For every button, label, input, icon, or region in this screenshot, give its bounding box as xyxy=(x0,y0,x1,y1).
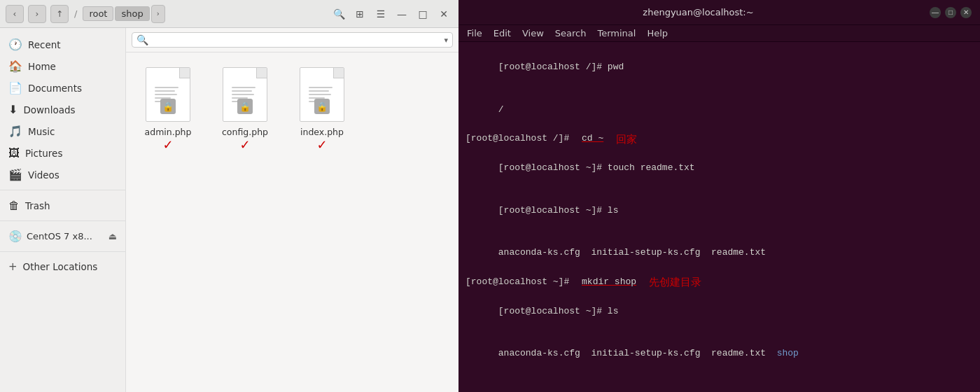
sidebar-item-recent[interactable]: 🕐 Recent xyxy=(0,34,125,55)
lock-icon-config: 🔒 xyxy=(237,99,253,114)
sidebar-item-home[interactable]: 🏠 Home xyxy=(0,55,125,77)
minimize-button[interactable]: — xyxy=(393,5,411,23)
centos-icon: 💿 xyxy=(8,230,22,243)
term-window-buttons: — □ ✕ xyxy=(930,7,972,18)
term-menu-file[interactable]: File xyxy=(467,28,482,38)
file-icon-index: 🔒 xyxy=(294,66,350,122)
term-line-10: [root@localhost ~]# touch shop/index.php… xyxy=(465,374,973,392)
file-item-index[interactable]: 🔒 index.php ✓ xyxy=(294,66,350,152)
term-line-7: [root@localhost ~]# mkdir shop 先创建目录 xyxy=(465,274,973,290)
cmd-1: pwd xyxy=(608,62,624,72)
sidebar-other-locations[interactable]: + Other Locations xyxy=(0,256,125,277)
prompt-4: [root@localhost ~]# xyxy=(498,162,608,173)
term-close-button[interactable]: ✕ xyxy=(960,7,972,18)
output-9: anaconda-ks.cfg initial-setup-ks.cfg rea… xyxy=(498,348,777,358)
terminal[interactable]: zhengyuan@localhost:~ — □ ✕ File Edit Vi… xyxy=(458,0,980,392)
recent-icon: 🕐 xyxy=(8,38,22,51)
fm-main: 🔍 ▾ xyxy=(126,28,458,392)
term-maximize-button[interactable]: □ xyxy=(945,7,956,18)
file-item-config[interactable]: 🔒 config.php ✓ xyxy=(217,66,273,152)
sidebar-label-videos: Videos xyxy=(28,169,59,181)
prompt-5: [root@localhost ~]# xyxy=(498,205,608,216)
file-check-admin: ✓ xyxy=(162,137,173,152)
forward-button[interactable]: › xyxy=(28,5,46,23)
sidebar-item-pictures[interactable]: 🖼 Pictures xyxy=(0,142,125,164)
output-9-blue: shop xyxy=(777,348,799,358)
sidebar-item-trash[interactable]: 🗑 Trash xyxy=(0,195,125,216)
term-line-6: anaconda-ks.cfg initial-setup-ks.cfg rea… xyxy=(465,232,973,274)
term-menu-search[interactable]: Search xyxy=(555,28,587,38)
downloads-icon: ⬇ xyxy=(8,103,18,116)
term-line-9: anaconda-ks.cfg initial-setup-ks.cfg rea… xyxy=(465,332,973,374)
file-check-config: ✓ xyxy=(239,137,250,152)
search-toggle-button[interactable]: 🔍 xyxy=(330,5,348,23)
file-name-index: index.php xyxy=(300,127,344,137)
videos-icon: 🎬 xyxy=(8,168,22,181)
prompt-8: [root@localhost ~]# xyxy=(498,306,608,316)
documents-icon: 📄 xyxy=(8,81,22,94)
sidebar-label-trash: Trash xyxy=(25,200,50,211)
sidebar-label-home: Home xyxy=(28,61,56,72)
sidebar-item-documents[interactable]: 📄 Documents xyxy=(0,77,125,99)
sidebar-item-music[interactable]: 🎵 Music xyxy=(0,120,125,142)
term-content[interactable]: [root@localhost /]# pwd / [root@localhos… xyxy=(458,42,980,392)
breadcrumb-shop[interactable]: shop xyxy=(115,6,149,21)
breadcrumb-sep: / xyxy=(73,8,78,19)
file-content: 🔒 admin.php ✓ xyxy=(126,52,458,392)
output-2: / xyxy=(498,104,504,115)
eject-icon[interactable]: ⏏ xyxy=(108,231,117,241)
sidebar-divider1 xyxy=(0,190,125,190)
sidebar: 🕐 Recent 🏠 Home 📄 Documents ⬇ Downloads … xyxy=(0,28,126,392)
term-menu-edit[interactable]: Edit xyxy=(493,28,511,38)
file-icon-config: 🔒 xyxy=(217,66,273,122)
file-page-admin: 🔒 xyxy=(146,67,190,122)
annotation-3: 回家 xyxy=(616,131,637,147)
term-titlebar: zhengyuan@localhost:~ — □ ✕ xyxy=(458,0,980,25)
sidebar-label-pictures: Pictures xyxy=(25,148,62,159)
back-button[interactable]: ‹ xyxy=(6,5,24,23)
pictures-icon: 🖼 xyxy=(8,146,20,160)
cmd-8: ls xyxy=(608,306,619,316)
sidebar-label-documents: Documents xyxy=(28,83,82,94)
sidebar-item-videos[interactable]: 🎬 Videos xyxy=(0,164,125,186)
sidebar-divider3 xyxy=(0,251,125,252)
cmd-3: cd ~ xyxy=(582,132,603,146)
term-menu-view[interactable]: View xyxy=(522,28,544,38)
breadcrumb-arrow[interactable]: › xyxy=(151,5,165,23)
term-line-2: / xyxy=(465,88,973,130)
maximize-button[interactable]: □ xyxy=(414,5,432,23)
file-item-admin[interactable]: 🔒 admin.php ✓ xyxy=(140,66,196,152)
sidebar-divider2 xyxy=(0,220,125,221)
search-icon: 🔍 xyxy=(136,34,148,46)
term-line-3: [root@localhost /]# cd ~ 回家 xyxy=(465,131,973,147)
prompt-1: [root@localhost /]# xyxy=(498,62,608,72)
music-icon: 🎵 xyxy=(8,125,22,138)
search-input[interactable] xyxy=(153,35,440,46)
sidebar-item-downloads[interactable]: ⬇ Downloads xyxy=(0,99,125,120)
centos-label: CentOS 7 x8... xyxy=(27,231,92,241)
term-title: zhengyuan@localhost:~ xyxy=(467,7,930,18)
fm-body: 🕐 Recent 🏠 Home 📄 Documents ⬇ Downloads … xyxy=(0,28,458,392)
home-icon: 🏠 xyxy=(8,59,22,73)
sidebar-item-centos[interactable]: 💿 CentOS 7 x8... ⏏ xyxy=(0,225,125,247)
add-icon: + xyxy=(8,260,18,273)
cmd-4: touch readme.txt xyxy=(608,162,695,173)
cmd-7: mkdir shop xyxy=(582,275,636,289)
term-menu-help[interactable]: Help xyxy=(647,28,668,38)
view-toggle-button[interactable]: ⊞ xyxy=(351,5,369,23)
lock-icon-admin: 🔒 xyxy=(160,99,176,114)
prompt-7: [root@localhost ~]# xyxy=(465,275,575,289)
menu-button[interactable]: ☰ xyxy=(372,5,390,23)
output-6: anaconda-ks.cfg initial-setup-ks.cfg rea… xyxy=(498,247,766,258)
breadcrumb-root[interactable]: root xyxy=(83,6,113,21)
term-minimize-button[interactable]: — xyxy=(930,7,941,18)
up-button[interactable]: ↑ xyxy=(50,5,69,23)
term-line-5: [root@localhost ~]# ls xyxy=(465,190,973,232)
term-line-4: [root@localhost ~]# touch readme.txt xyxy=(465,147,973,189)
term-menu-terminal[interactable]: Terminal xyxy=(597,28,636,38)
search-wrap: 🔍 ▾ xyxy=(132,32,453,48)
other-locations-label: Other Locations xyxy=(23,261,98,272)
search-dropdown[interactable]: ▾ xyxy=(444,36,448,45)
term-menubar: File Edit View Search Terminal Help xyxy=(458,25,980,42)
close-button[interactable]: ✕ xyxy=(435,5,453,23)
